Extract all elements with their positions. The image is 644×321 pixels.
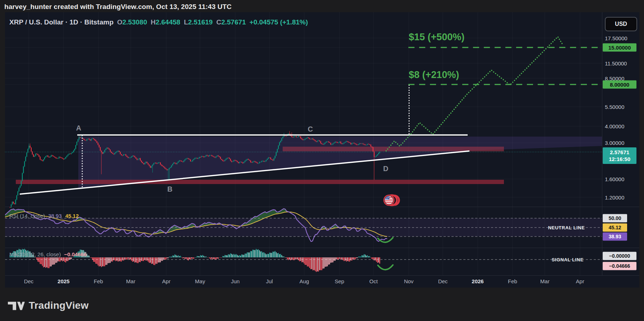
time-axis-label: 2026 (472, 278, 483, 284)
rsi-axis-badge: 50.00 (603, 214, 627, 223)
time-axis-label: Oct (369, 278, 377, 284)
macd-axis-badge: −0.00000 (603, 252, 636, 260)
close-label: C (216, 18, 221, 26)
price-target-15-label[interactable]: $15 (+500%) (409, 32, 464, 43)
time-axis-label: Feb (94, 278, 103, 284)
symbol-header[interactable]: XRP / U.S. Dollar · 1D · BitstampO2.5308… (9, 18, 308, 26)
chart-canvas[interactable] (0, 0, 644, 321)
price-axis-label: 11.50000 (605, 60, 627, 67)
price-axis-label: 1.60000 (605, 176, 624, 182)
time-axis-label: Nov (404, 278, 414, 284)
open-value: 2.53080 (122, 18, 147, 26)
rsi-axis-badge: 45.12 (603, 224, 627, 232)
close-value: 2.57671 (221, 18, 246, 26)
price-axis-badge: 15.00000 (603, 43, 636, 52)
watermark-attribution: harvey_hunter created with TradingView.c… (4, 3, 232, 11)
price-axis-label: 5.50000 (605, 104, 624, 110)
signal-line-label[interactable]: SIGNAL LINE (552, 257, 584, 262)
pattern-point-d: D (383, 165, 388, 173)
tradingview-wordmark: TradingView (29, 300, 89, 311)
high-label: H (150, 18, 156, 26)
rsi-label: RSI (14, close) (9, 213, 45, 219)
time-axis-label: Feb (508, 278, 517, 284)
projection-path[interactable] (386, 37, 563, 151)
bounce-arrow (378, 265, 393, 270)
macd-indicator-legend[interactable]: MACD (12, 26, close)−0.04666 (9, 251, 87, 257)
time-axis-label: Apr (162, 278, 170, 284)
low-label: L (184, 18, 188, 26)
rsi-axis-badge: 38.93 (603, 233, 627, 241)
rsi-indicator-legend[interactable]: RSI (14, close)38.9345.12 (9, 213, 79, 219)
pattern-point-b: B (167, 185, 172, 193)
time-axis-label: Mar (126, 278, 135, 284)
rsi-ma-value: 45.12 (65, 213, 79, 219)
time-axis-label: Dec (24, 278, 34, 284)
price-axis-label: 4.00000 (605, 123, 624, 129)
tradingview-icon (7, 300, 25, 311)
change-value: +0.04575 (+1.81%) (250, 18, 308, 26)
macd-label: MACD (12, 26, close) (9, 251, 61, 257)
tradingview-footer-logo[interactable]: TradingView (7, 300, 89, 311)
pattern-point-a: A (76, 124, 81, 132)
us-flag-coin-icon (384, 195, 399, 206)
price-axis-label: 1.20000 (605, 194, 624, 201)
price-axis-label: 3.00000 (605, 140, 624, 146)
time-axis-label: May (195, 278, 205, 284)
low-value: 2.51619 (188, 18, 213, 26)
open-label: O (117, 18, 122, 26)
time-axis-label: 2025 (57, 278, 69, 284)
plot-area[interactable] (5, 12, 602, 275)
macd-axis-badge: −0.04666 (603, 262, 636, 270)
price-target-8-label[interactable]: $8 (+210%) (409, 69, 459, 81)
price-axis-label: 17.50000 (605, 35, 627, 41)
time-axis-label: Sep (335, 278, 344, 284)
tradingview-chart-page: harvey_hunter created with TradingView.c… (0, 0, 644, 321)
macd-value: −0.04666 (64, 251, 87, 257)
time-axis-label: Jun (231, 278, 240, 284)
time-axis-label: Aug (300, 278, 309, 284)
high-value: 2.64458 (156, 18, 180, 26)
time-axis-label: Mar (540, 278, 550, 284)
time-axis-label: Dec (438, 278, 448, 284)
drawing-zones (16, 137, 602, 188)
time-axis-label: Jul (266, 278, 273, 284)
currency-toggle-button[interactable]: USD (605, 17, 637, 31)
price-axis-badge: 8.00000 (603, 81, 636, 89)
pattern-point-c: C (308, 125, 313, 133)
time-axis-label: Apr (576, 278, 584, 284)
rsi-value: 38.93 (48, 213, 62, 219)
current-price-badge: 2.5767112:16:50 (603, 147, 636, 164)
symbol-title: XRP / U.S. Dollar · 1D · Bitstamp (9, 18, 113, 26)
neutral-line-label[interactable]: NEUTRAL LINE (548, 225, 585, 230)
